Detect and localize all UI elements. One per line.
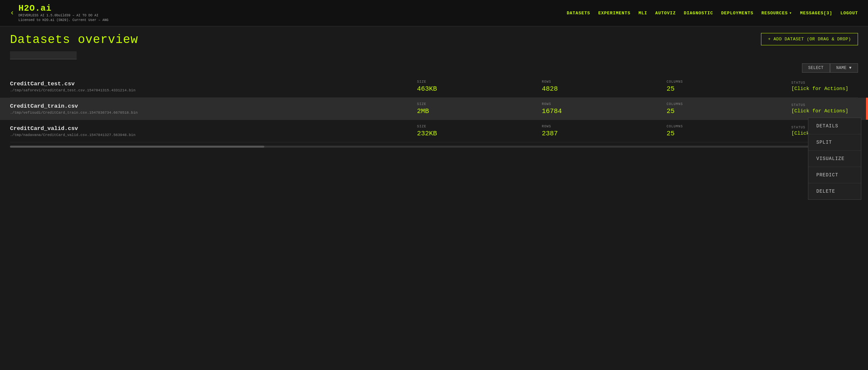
scrollbar[interactable] <box>10 146 858 148</box>
nav-autoviz[interactable]: AUTOVIZ <box>655 11 676 16</box>
name-sort-button[interactable]: NAME ▼ <box>830 63 858 73</box>
dataset-path: ./tmp/saforevi/CreditCard_test.csv.15478… <box>10 88 417 92</box>
rows-label: ROWS <box>542 125 666 128</box>
nav-logout[interactable]: LOGOUT <box>840 11 858 16</box>
size-label: SIZE <box>417 80 542 84</box>
size-label: SIZE <box>417 102 542 106</box>
columns-label: COLUMNS <box>666 125 791 128</box>
search-bar <box>0 50 868 61</box>
logo-area: ‹ H2O.ai DRIVERLESS AI 1.5.0build39 – AI… <box>10 3 108 23</box>
rows-label: ROWS <box>542 80 666 84</box>
nav-diagnostic[interactable]: DIAGNOSTIC <box>684 11 713 16</box>
logo-subtitle: DRIVERLESS AI 1.5.0build39 – AI TO DO AI… <box>18 13 108 23</box>
page-header: Datasets overview + ADD DATASET (OR DRAG… <box>0 26 868 50</box>
rows-value: 16784 <box>542 107 666 115</box>
main-nav: DATASETS EXPERIMENTS MLI AUTOVIZ DIAGNOS… <box>567 10 858 16</box>
click-for-actions[interactable]: [Click for Actions] <box>791 86 858 92</box>
size-value: 2MB <box>417 107 542 115</box>
logo: H2O.ai DRIVERLESS AI 1.5.0build39 – AI T… <box>18 3 108 23</box>
select-button[interactable]: SELECT <box>802 63 830 73</box>
columns-value: 25 <box>666 85 791 93</box>
dropdown-predict[interactable]: PREDICT <box>808 167 861 183</box>
dropdown-split[interactable]: SPLIT <box>808 134 861 151</box>
dropdown-delete[interactable]: DELETE <box>808 183 861 199</box>
rows-value: 2387 <box>542 130 666 137</box>
close-row-button[interactable]: × <box>866 98 868 120</box>
table-row: CreditCard_valid.csv ./tmp/nadavana/Cred… <box>10 120 858 142</box>
rows-value: 4828 <box>542 85 666 93</box>
dataset-stats: SIZE 463KB ROWS 4828 COLUMNS 25 STATUS [… <box>417 80 858 93</box>
columns-value: 25 <box>666 130 791 137</box>
dataset-stats: SIZE 2MB ROWS 16784 COLUMNS 25 STATUS [C… <box>417 102 858 115</box>
table-row: CreditCard_train.csv ./tmp/vefisudi/Cred… <box>0 98 868 120</box>
logo-text: H2O.ai <box>18 3 108 13</box>
nav-deployments[interactable]: DEPLOYMENTS <box>721 11 753 16</box>
dataset-path: ./tmp/nadavana/CreditCard_valid.csv.1547… <box>10 133 417 137</box>
dataset-info: CreditCard_valid.csv ./tmp/nadavana/Cred… <box>10 125 417 137</box>
status-label: STATUS <box>791 81 858 85</box>
nav-messages[interactable]: MESSAGES[3] <box>800 11 832 16</box>
status-block: STATUS [Click for Actions] <box>791 103 858 114</box>
dataset-name[interactable]: CreditCard_train.csv <box>10 103 417 109</box>
rows-block: ROWS 2387 <box>542 125 666 137</box>
dataset-stats: SIZE 232KB ROWS 2387 COLUMNS 25 STATUS [… <box>417 125 858 137</box>
scroll-thumb <box>10 146 264 148</box>
dataset-info: CreditCard_test.csv ./tmp/saforevi/Credi… <box>10 81 417 92</box>
columns-value: 25 <box>666 107 791 115</box>
back-arrow[interactable]: ‹ <box>10 9 14 17</box>
dropdown-details[interactable]: DETAILS <box>808 118 861 134</box>
size-block: SIZE 232KB <box>417 125 542 137</box>
nav-experiments[interactable]: EXPERIMENTS <box>598 11 631 16</box>
dataset-name[interactable]: CreditCard_valid.csv <box>10 125 417 132</box>
columns-block: COLUMNS 25 <box>666 80 791 93</box>
dropdown-visualize[interactable]: VISUALIZE <box>808 151 861 167</box>
click-for-actions[interactable]: [Click for Actions] <box>791 108 858 114</box>
size-value: 232KB <box>417 130 542 137</box>
rows-label: ROWS <box>542 102 666 106</box>
nav-datasets[interactable]: DATASETS <box>567 11 590 16</box>
rows-block: ROWS 4828 <box>542 80 666 93</box>
chevron-down-icon: ▾ <box>789 10 792 16</box>
nav-resources[interactable]: RESOURCES ▾ <box>761 10 792 16</box>
table-row: CreditCard_test.csv ./tmp/saforevi/Credi… <box>10 75 858 98</box>
search-input[interactable] <box>10 51 77 59</box>
add-dataset-button[interactable]: + ADD DATASET (OR DRAG & DROP) <box>761 33 858 45</box>
dataset-name[interactable]: CreditCard_test.csv <box>10 81 417 87</box>
rows-block: ROWS 16784 <box>542 102 666 115</box>
size-block: SIZE 2MB <box>417 102 542 115</box>
actions-dropdown: DETAILS SPLIT VISUALIZE PREDICT DELETE <box>808 118 861 200</box>
columns-label: COLUMNS <box>666 80 791 84</box>
dataset-info: CreditCard_train.csv ./tmp/vefisudi/Cred… <box>10 103 417 115</box>
datasets-list: CreditCard_test.csv ./tmp/saforevi/Credi… <box>0 75 868 142</box>
columns-block: COLUMNS 25 <box>666 102 791 115</box>
top-bar: ‹ H2O.ai DRIVERLESS AI 1.5.0build39 – AI… <box>0 0 868 26</box>
status-label: STATUS <box>791 103 858 107</box>
page-title: Datasets overview <box>10 33 138 47</box>
size-label: SIZE <box>417 125 542 128</box>
size-value: 463KB <box>417 85 542 93</box>
dataset-path: ./tmp/vefisudi/CreditCard_train.csv.1547… <box>10 111 417 115</box>
size-block: SIZE 463KB <box>417 80 542 93</box>
status-block: STATUS [Click for Actions] <box>791 81 858 92</box>
columns-label: COLUMNS <box>666 102 791 106</box>
columns-block: COLUMNS 25 <box>666 125 791 137</box>
nav-mli[interactable]: MLI <box>638 11 647 16</box>
table-controls: SELECT NAME ▼ <box>0 61 868 75</box>
